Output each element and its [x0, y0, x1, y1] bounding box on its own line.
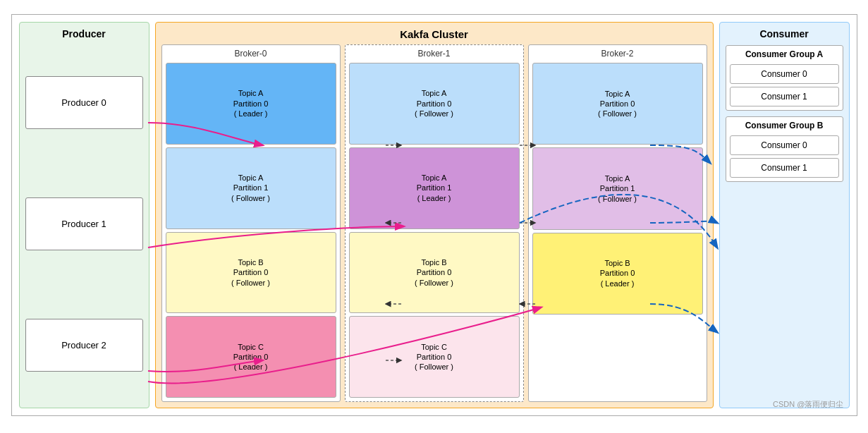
- consumer-section: Consumer Consumer Group A Consumer 0 Con…: [719, 22, 850, 408]
- consumer-b-0: Consumer 0: [730, 135, 839, 155]
- broker0-partition-topicC0: Topic CPartition 0( Leader ): [166, 316, 336, 398]
- producer-boxes: Producer 0 Producer 1 Producer 2: [25, 45, 143, 402]
- broker0-partition-topicB0: Topic BPartition 0( Follower ): [166, 232, 336, 314]
- broker1-partition-topicC0: Topic CPartition 0( Follower ): [349, 316, 520, 398]
- producer-section: Producer Producer 0 Producer 1 Producer …: [19, 22, 149, 408]
- cluster-title: Kakfa Cluster: [161, 28, 707, 40]
- consumer-b-1: Consumer 1: [730, 158, 839, 178]
- broker-0: Broker-0 Topic APartition 0( Leader ) To…: [161, 44, 341, 402]
- watermark: CSDN @落雨便归尘: [773, 399, 843, 410]
- consumer-a-0: Consumer 0: [730, 64, 839, 84]
- producer-2: Producer 2: [25, 319, 143, 372]
- producer-1: Producer 1: [25, 197, 143, 250]
- consumer-group-a-title: Consumer Group A: [730, 49, 839, 59]
- broker2-partition-empty: [532, 317, 703, 398]
- producer-title: Producer: [25, 28, 143, 39]
- broker-2: Broker-2 Topic APartition 0( Follower ) …: [528, 44, 707, 402]
- broker2-partition-topicA1: Topic APartition 1( Follower ): [532, 147, 703, 229]
- consumer-title: Consumer: [726, 28, 843, 39]
- broker-2-title: Broker-2: [532, 49, 703, 59]
- cluster-section: Kakfa Cluster Broker-0 Topic APartition …: [155, 22, 714, 408]
- consumer-group-a: Consumer Group A Consumer 0 Consumer 1: [726, 45, 843, 111]
- broker-0-title: Broker-0: [166, 49, 336, 59]
- producer-0: Producer 0: [25, 76, 143, 129]
- broker1-partition-topicA0: Topic APartition 0( Follower ): [349, 63, 520, 145]
- main-container: Producer Producer 0 Producer 1 Producer …: [11, 14, 857, 416]
- consumer-groups: Consumer Group A Consumer 0 Consumer 1 C…: [726, 45, 843, 402]
- broker1-partition-topicA1: Topic APartition 1( Leader ): [349, 147, 520, 229]
- broker2-partition-topicA0: Topic APartition 0( Follower ): [532, 63, 703, 145]
- consumer-group-b-title: Consumer Group B: [730, 121, 839, 130]
- brokers-row: Broker-0 Topic APartition 0( Leader ) To…: [161, 44, 707, 402]
- broker1-partition-topicB0: Topic BPartition 0( Follower ): [349, 232, 520, 314]
- broker0-partition-topicA1: Topic APartition 1( Follower ): [166, 147, 336, 229]
- broker-1-title: Broker-1: [349, 49, 520, 59]
- consumer-a-1: Consumer 1: [730, 87, 839, 106]
- broker2-partition-topicB0: Topic BPartition 0( Leader ): [532, 233, 703, 315]
- broker0-partition-topicA0: Topic APartition 0( Leader ): [166, 63, 336, 145]
- consumer-group-b: Consumer Group B Consumer 0 Consumer 1: [726, 116, 843, 182]
- broker-1: Broker-1 Topic APartition 0( Follower ) …: [345, 44, 524, 402]
